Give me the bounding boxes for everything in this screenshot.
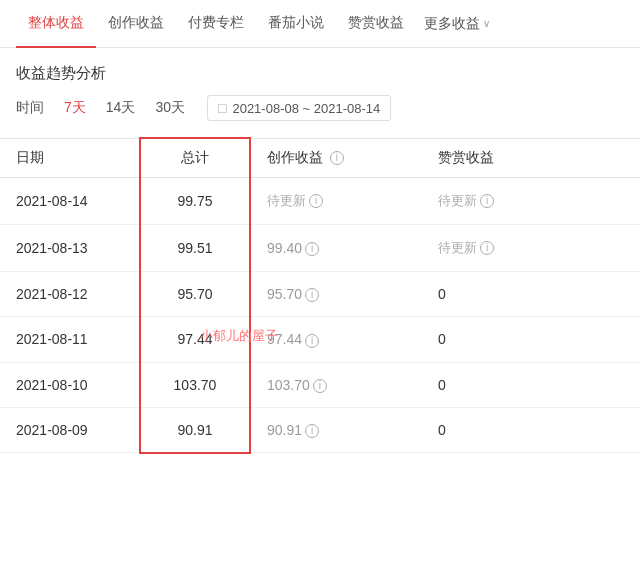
date-range-picker[interactable]: □ 2021-08-08 ~ 2021-08-14 <box>207 95 391 121</box>
cell-total: 99.51 <box>140 225 250 272</box>
date-range-value: 2021-08-08 ~ 2021-08-14 <box>232 101 380 116</box>
tab-fanqie[interactable]: 番茄小说 <box>256 0 336 48</box>
creation-val-info-icon[interactable]: i <box>305 424 319 438</box>
col-header-creation: 创作收益 i <box>250 138 430 178</box>
cell-date: 2021-08-12 <box>0 272 140 317</box>
table-wrapper: 日期 总计 创作收益 i 赞赏收益 2021-08-1499.75待更新i待更新… <box>0 133 640 454</box>
cell-date: 2021-08-09 <box>0 407 140 453</box>
cell-date: 2021-08-13 <box>0 225 140 272</box>
cell-date: 2021-08-11 <box>0 317 140 362</box>
cell-total: 97.44 <box>140 317 250 362</box>
table-row: 2021-08-0990.9190.91i0 <box>0 407 640 453</box>
cell-creation: 待更新i <box>250 178 430 225</box>
cell-reward: 0 <box>430 272 640 317</box>
filter-row: 时间 7天 14天 30天 □ 2021-08-08 ~ 2021-08-14 <box>0 91 640 133</box>
cell-date: 2021-08-10 <box>0 362 140 407</box>
filter-label: 时间 <box>16 99 44 117</box>
time-btn-14[interactable]: 14天 <box>96 95 146 121</box>
col-header-date: 日期 <box>0 138 140 178</box>
creation-info-icon[interactable]: i <box>330 151 344 165</box>
cell-creation: 103.70i <box>250 362 430 407</box>
table-row: 2021-08-10103.70103.70i0 <box>0 362 640 407</box>
cell-reward: 0 <box>430 317 640 362</box>
reward-info-icon[interactable]: i <box>480 194 494 208</box>
time-btn-30[interactable]: 30天 <box>145 95 195 121</box>
tab-overall[interactable]: 整体收益 <box>16 0 96 48</box>
cell-creation: 95.70i <box>250 272 430 317</box>
cell-total: 99.75 <box>140 178 250 225</box>
col-header-total: 总计 <box>140 138 250 178</box>
calendar-icon: □ <box>218 100 226 116</box>
creation-val-info-icon[interactable]: i <box>305 334 319 348</box>
creation-val-info-icon[interactable]: i <box>305 242 319 256</box>
col-header-reward: 赞赏收益 <box>430 138 640 178</box>
cell-total: 90.91 <box>140 407 250 453</box>
cell-creation: 90.91i <box>250 407 430 453</box>
tab-paid-column[interactable]: 付费专栏 <box>176 0 256 48</box>
earnings-table: 日期 总计 创作收益 i 赞赏收益 2021-08-1499.75待更新i待更新… <box>0 137 640 454</box>
tab-more[interactable]: 更多收益 ∨ <box>416 1 498 47</box>
tab-bar: 整体收益 创作收益 付费专栏 番茄小说 赞赏收益 更多收益 ∨ <box>0 0 640 48</box>
cell-creation: 99.40i <box>250 225 430 272</box>
table-row: 2021-08-1399.5199.40i待更新i <box>0 225 640 272</box>
creation-val-info-icon[interactable]: i <box>313 379 327 393</box>
tab-more-label: 更多收益 <box>424 15 480 33</box>
creation-val-info-icon[interactable]: i <box>305 288 319 302</box>
time-btn-7[interactable]: 7天 <box>54 95 96 121</box>
table-row: 2021-08-1499.75待更新i待更新i <box>0 178 640 225</box>
tab-reward[interactable]: 赞赏收益 <box>336 0 416 48</box>
cell-total: 95.70 <box>140 272 250 317</box>
reward-info-icon[interactable]: i <box>480 241 494 255</box>
table-header-row: 日期 总计 创作收益 i 赞赏收益 <box>0 138 640 178</box>
chevron-down-icon: ∨ <box>483 18 490 29</box>
table-row: 2021-08-1197.4497.44i0 <box>0 317 640 362</box>
cell-creation: 97.44i <box>250 317 430 362</box>
cell-total: 103.70 <box>140 362 250 407</box>
section-title: 收益趋势分析 <box>0 48 640 91</box>
table-row: 2021-08-1295.7095.70i0 <box>0 272 640 317</box>
cell-date: 2021-08-14 <box>0 178 140 225</box>
cell-reward: 待更新i <box>430 178 640 225</box>
tab-creation[interactable]: 创作收益 <box>96 0 176 48</box>
cell-reward: 待更新i <box>430 225 640 272</box>
pending-info-icon[interactable]: i <box>309 194 323 208</box>
cell-reward: 0 <box>430 407 640 453</box>
cell-reward: 0 <box>430 362 640 407</box>
